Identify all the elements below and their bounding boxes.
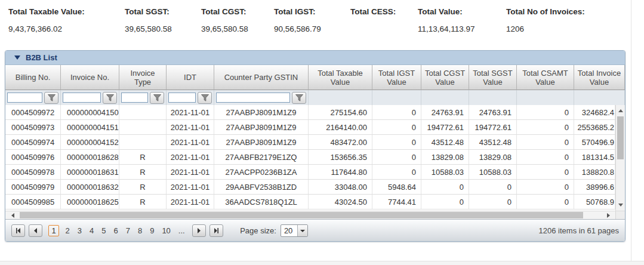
filter-button-invoice-no[interactable]: [103, 92, 117, 104]
cell-csamt-value: 0: [517, 150, 574, 164]
scroll-up-icon[interactable]: [618, 109, 623, 112]
page-number-link[interactable]: 3: [78, 226, 82, 235]
cell-csamt-value: 0: [517, 135, 574, 149]
filter-input-billing-no[interactable]: [7, 93, 42, 103]
horizontal-scrollbar[interactable]: [5, 211, 625, 219]
scroll-right-button[interactable]: [601, 211, 615, 219]
vertical-scrollbar-thumb[interactable]: [617, 116, 624, 159]
cell-csamt-value: 0: [517, 120, 574, 134]
cell-invoice-type: [119, 135, 167, 149]
scrollbar-track[interactable]: [583, 211, 601, 219]
next-section-edge: [0, 261, 644, 265]
filter-button-billing-no[interactable]: [44, 92, 58, 104]
funnel-icon: [295, 94, 303, 101]
col-header-invoice-type[interactable]: Invoice Type: [119, 65, 167, 90]
table-row[interactable]: 0004509979 000000018632 R 2021-11-01 29A…: [5, 180, 615, 195]
col-header-cgst-value[interactable]: Total CGST Value: [421, 65, 469, 90]
scroll-down-icon[interactable]: [618, 204, 623, 207]
cell-gstin: 29AABFV2538B1ZD: [214, 180, 309, 194]
cell-sgst-value: 13829.08: [469, 150, 517, 164]
filter-cell-gstin: [214, 90, 309, 105]
cell-sgst-value: 0: [469, 180, 517, 194]
chevron-down-icon: [300, 230, 305, 232]
cell-idt: 2021-11-01: [167, 150, 214, 164]
cell-idt: 2021-11-01: [167, 165, 214, 179]
cell-billing-no: 0004509976: [5, 150, 61, 164]
filter-input-idt[interactable]: [168, 93, 196, 103]
cell-gstin: 27AABPJ8091M1Z9: [214, 105, 309, 119]
page-number-link[interactable]: 7: [126, 226, 130, 235]
filter-cell-cgst-value: [421, 90, 469, 105]
scroll-left-button[interactable]: [5, 211, 20, 219]
b2b-list-section-header[interactable]: B2B List: [5, 51, 625, 65]
summary-value: 90,56,586.79: [274, 24, 321, 34]
page-number-link[interactable]: 5: [101, 226, 106, 235]
table-row[interactable]: 0004509972 000000004150 2021-11-01 27AAB…: [5, 105, 615, 120]
table-row[interactable]: 0004509985 000000018625 R 2021-11-01 36A…: [5, 195, 615, 209]
page-size-label: Page size:: [240, 226, 276, 235]
horizontal-scrollbar-thumb[interactable]: [20, 212, 583, 218]
col-header-invoice-value[interactable]: Total Invoice Value: [574, 65, 625, 90]
cell-taxable-value: 117644.80: [309, 165, 372, 179]
collapse-triangle-icon[interactable]: [14, 56, 20, 60]
col-header-gstin[interactable]: Counter Party GSTIN: [214, 65, 309, 90]
first-page-button[interactable]: [11, 224, 25, 237]
page-ellipsis-link[interactable]: ...: [178, 226, 185, 235]
cell-cgst-value: 194772.61: [421, 120, 469, 134]
cell-invoice-no: 000000004150: [61, 105, 119, 119]
b2b-grid-panel: B2B List Billing No. Invoice No. Invoice…: [5, 50, 625, 242]
page-number-link[interactable]: 2: [66, 226, 70, 235]
cell-invoice-no: 000000018628: [61, 150, 119, 164]
filter-cell-igst-value: [372, 90, 421, 105]
cell-invoice-value: 324682.4: [574, 105, 615, 119]
cell-idt: 2021-11-01: [167, 180, 214, 194]
page-number-link[interactable]: 4: [90, 226, 94, 235]
filter-input-invoice-type[interactable]: [121, 93, 148, 103]
dropdown-arrow-button[interactable]: [297, 225, 307, 236]
scrollbar-corner: [615, 211, 625, 219]
table-row[interactable]: 0004509973 000000004151 2021-11-01 27AAB…: [5, 120, 615, 135]
page-size-dropdown[interactable]: 20: [281, 224, 308, 237]
col-header-taxable-value[interactable]: Total Taxable Value: [309, 65, 372, 90]
vertical-scrollbar[interactable]: [615, 105, 625, 211]
col-header-invoice-no[interactable]: Invoice No.: [61, 65, 119, 90]
col-header-sgst-value[interactable]: Total SGST Value: [469, 65, 517, 90]
last-page-icon: [214, 228, 219, 233]
cell-cgst-value: 0: [421, 180, 469, 194]
col-header-idt[interactable]: IDT: [167, 65, 214, 90]
filter-button-idt[interactable]: [198, 92, 212, 104]
prev-page-button[interactable]: [29, 224, 42, 237]
cell-igst-value: 0: [372, 165, 421, 179]
filter-cell-invoice-type: [119, 90, 167, 105]
cell-invoice-no: 000000004152: [61, 135, 119, 149]
cell-gstin: 27AABFB2179E1ZQ: [214, 150, 309, 164]
items-count-text: 1206 items in 61 pages: [539, 226, 619, 235]
cell-taxable-value: 33048.00: [309, 180, 372, 194]
cell-invoice-value: 38996.6: [574, 180, 615, 194]
col-header-billing-no[interactable]: Billing No.: [5, 65, 61, 90]
col-header-igst-value[interactable]: Total IGST Value: [372, 65, 421, 90]
next-page-button[interactable]: [192, 224, 206, 237]
table-row[interactable]: 0004509974 000000004152 2021-11-01 27AAB…: [5, 135, 615, 150]
summary-total-cess: Total CESS:: [350, 7, 396, 34]
col-header-csamt-value[interactable]: Total CSAMT Value: [517, 65, 574, 90]
cell-gstin: 27AABPJ8091M1Z9: [214, 135, 309, 149]
scroll-left-icon: [11, 213, 14, 218]
current-page-button[interactable]: 1: [48, 225, 59, 236]
funnel-icon: [201, 94, 209, 101]
page-number-link[interactable]: 6: [113, 226, 118, 235]
page-number-link[interactable]: 9: [150, 226, 154, 235]
last-page-button[interactable]: [209, 224, 223, 237]
page-number-link[interactable]: 8: [138, 226, 142, 235]
cell-taxable-value: 275154.60: [309, 105, 372, 119]
cell-csamt-value: 0: [517, 180, 574, 194]
cell-invoice-no: 000000004151: [61, 120, 119, 134]
filter-button-invoice-type[interactable]: [150, 92, 164, 104]
table-row[interactable]: 0004509976 000000018628 R 2021-11-01 27A…: [5, 150, 615, 165]
filter-button-gstin[interactable]: [292, 92, 306, 104]
filter-input-invoice-no[interactable]: [63, 93, 101, 103]
filter-input-gstin[interactable]: [216, 93, 290, 103]
table-row[interactable]: 0004509978 000000018631 R 2021-11-01 27A…: [5, 165, 615, 180]
page-number-link[interactable]: 10: [162, 226, 170, 235]
cell-csamt-value: 0: [517, 105, 574, 119]
